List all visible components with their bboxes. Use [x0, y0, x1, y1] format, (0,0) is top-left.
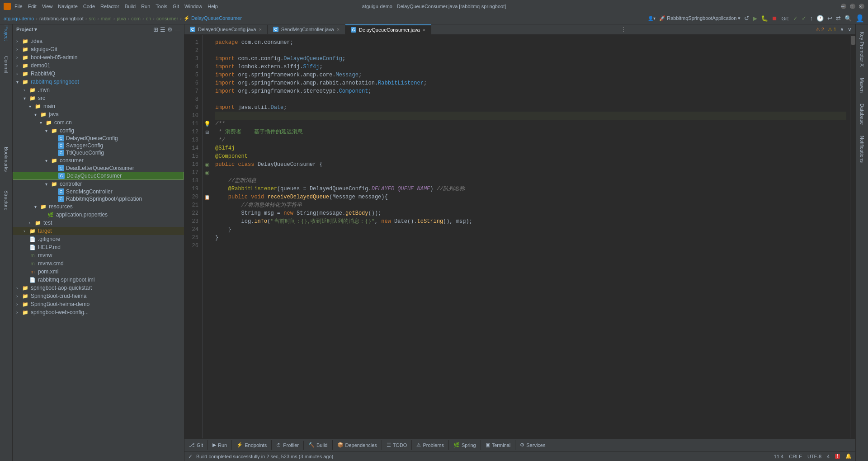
tree-item-boot-web[interactable]: › 📁 boot-web-05-admin — [13, 53, 184, 61]
tree-item-deadletter[interactable]: C DeadLetterQueueConsumer — [13, 165, 184, 172]
sidebar-action-horizontal[interactable]: ⊞ — [153, 26, 158, 33]
status-line-ending[interactable]: CRLF — [789, 454, 802, 459]
tab-sendmsgcontroller[interactable]: C SendMsgController.java × — [268, 25, 345, 34]
tree-item-ttlqueueconfig[interactable]: C TtlQueueConfig — [13, 149, 184, 156]
breadcrumb-item[interactable]: atguigu-demo — [4, 16, 34, 21]
maximize-button[interactable]: □ — [850, 4, 855, 9]
tree-item-comcn[interactable]: ▾ 📁 com.cn — [13, 118, 184, 127]
tab-close-icon[interactable]: × — [337, 27, 340, 32]
collapse-icon[interactable]: ∨ — [848, 26, 852, 33]
bottom-tab-git[interactable]: ⎇ Git — [184, 440, 208, 450]
tree-item-mvnwcmd[interactable]: m mvnw.cmd — [13, 259, 184, 268]
status-position[interactable]: 11:4 — [774, 454, 783, 459]
tree-item-idea[interactable]: › 📁 .idea — [13, 37, 184, 45]
minimize-button[interactable]: ─ — [841, 4, 846, 9]
bottom-tab-build[interactable]: 🔨 Build — [304, 440, 332, 450]
tree-item-crud[interactable]: › 📁 SpringBoot-crud-heima — [13, 292, 184, 300]
bottom-tab-services[interactable]: ⚙ Services — [515, 440, 550, 450]
tree-item-pomxml[interactable]: m pom.xml — [13, 268, 184, 276]
sidebar-action-settings[interactable]: ⚙ — [167, 26, 173, 33]
bottom-tab-run[interactable]: ▶ Run — [208, 440, 232, 450]
breadcrumb-item[interactable]: consumer — [156, 16, 178, 21]
tree-item-java[interactable]: ▾ 📁 java — [13, 110, 184, 118]
menu-view[interactable]: View — [42, 4, 53, 9]
code-editor[interactable]: package com.cn.consumer; import com.cn.c… — [212, 35, 850, 438]
avatar-icon[interactable]: 👤 — [855, 14, 864, 23]
refresh-button[interactable]: ↺ — [744, 15, 749, 22]
breadcrumb-item[interactable]: java — [117, 16, 126, 21]
menu-run[interactable]: Run — [141, 4, 150, 9]
tree-item-resources[interactable]: ▾ 📁 resources — [13, 202, 184, 211]
menu-code[interactable]: Code — [83, 4, 95, 9]
commit-icon[interactable]: Commit — [1, 60, 11, 70]
git-clock[interactable]: 🕐 — [816, 15, 824, 22]
menu-build[interactable]: Build — [125, 4, 136, 9]
git-push[interactable]: ↑ — [810, 15, 813, 22]
bottom-tab-todo[interactable]: ☰ TODO — [382, 440, 412, 450]
status-encoding[interactable]: UTF-8 — [807, 454, 821, 459]
tree-item-atguigu-git[interactable]: › 📁 atguigu-Git — [13, 45, 184, 53]
run-config-dropdown[interactable]: 🚀 RabbitmqSpringbootApplication ▾ — [659, 15, 741, 21]
menu-tools[interactable]: Tools — [156, 4, 167, 9]
right-icon-key-promoter[interactable]: Key Promoter X — [858, 28, 867, 71]
tree-item-src[interactable]: ▾ 📁 src — [13, 94, 184, 102]
breadcrumb-item[interactable]: cn — [146, 16, 151, 21]
menu-git[interactable]: Git — [173, 4, 179, 9]
tree-item-gitignore[interactable]: 📄 .gitignore — [13, 235, 184, 243]
tab-delayedqueueconfig[interactable]: C DelayedQueueConfig.java × — [184, 25, 268, 34]
tree-item-config[interactable]: ▾ 📁 config — [13, 127, 184, 135]
tree-item-sendmsg[interactable]: C SendMsgController — [13, 188, 184, 195]
tree-item-mvnw[interactable]: m mvnw — [13, 251, 184, 259]
tree-item-application-properties[interactable]: 🌿 application.properties — [13, 211, 184, 219]
tree-item-springbootapp[interactable]: C RabbitmqSpringbootApplication — [13, 195, 184, 202]
tree-item-helpmd[interactable]: 📄 HELP.md — [13, 243, 184, 251]
breadcrumb-item[interactable]: main — [101, 16, 112, 21]
tree-item-target[interactable]: › 📁 target — [13, 227, 184, 235]
status-indent[interactable]: 4 — [827, 454, 830, 459]
debug-button[interactable]: 🐛 — [761, 15, 768, 22]
menu-refactor[interactable]: Refactor — [100, 4, 119, 9]
expand-icon[interactable]: ∧ — [840, 26, 844, 33]
run-button[interactable]: ▶ — [753, 15, 757, 22]
tree-item-web-config[interactable]: › 📁 springboot-web-config... — [13, 308, 184, 316]
git-undo[interactable]: ↩ — [827, 15, 832, 22]
right-icon-maven[interactable]: Maven — [858, 74, 867, 96]
right-icon-database[interactable]: Database — [858, 100, 867, 128]
search-icon[interactable]: 🔍 — [844, 15, 852, 22]
translate-icon[interactable]: ⇄ — [836, 15, 841, 22]
bottom-tab-dependencies[interactable]: 📦 Dependencies — [333, 440, 382, 450]
tree-item-demo01[interactable]: › 📁 demo01 — [13, 61, 184, 70]
tree-item-controller[interactable]: ▾ 📁 controller — [13, 180, 184, 188]
tab-more-button[interactable]: ⋮ — [617, 24, 630, 34]
tree-item-heima-demo[interactable]: › 📁 SpringBoot-heima-demo — [13, 300, 184, 308]
close-button[interactable]: × — [859, 4, 864, 9]
bottom-tab-endpoints[interactable]: ⚡ Endpoints — [232, 440, 272, 450]
stop-button[interactable]: ⏹ — [772, 15, 778, 22]
project-icon[interactable]: Project — [1, 28, 11, 38]
menu-help[interactable]: Help — [208, 4, 218, 9]
tree-item-consumer[interactable]: ▾ 📁 consumer — [13, 156, 184, 165]
tree-item-test[interactable]: › 📁 test — [13, 219, 184, 227]
structure-icon[interactable]: Structure — [1, 195, 11, 205]
tree-item-main[interactable]: ▾ 📁 main — [13, 102, 184, 110]
scroll-indicator[interactable] — [850, 35, 855, 438]
bottom-tab-terminal[interactable]: ▣ Terminal — [481, 440, 516, 450]
sidebar-action-vertical[interactable]: ☰ — [160, 26, 165, 33]
right-icon-notifications[interactable]: Notifications — [858, 132, 867, 166]
profile-icon[interactable]: 👤▾ — [648, 16, 656, 21]
status-notification[interactable]: 🔔 — [845, 453, 852, 459]
sidebar-action-close[interactable]: — — [175, 26, 180, 33]
tab-close-icon[interactable]: × — [423, 27, 425, 33]
tree-item-swaggerconfig[interactable]: C SwaggerConfig — [13, 142, 184, 149]
breadcrumb-item[interactable]: com — [131, 16, 141, 21]
tree-item-mvn[interactable]: › 📁 .mvn — [13, 86, 184, 94]
breadcrumb-item[interactable]: rabbitmq-springboot — [39, 16, 84, 21]
breadcrumb-item[interactable]: src — [89, 16, 95, 21]
bookmarks-icon[interactable]: Bookmarks — [1, 155, 11, 165]
menu-edit[interactable]: Edit — [28, 4, 37, 9]
tree-item-iml[interactable]: 📄 rabbitmq-springboot.iml — [13, 276, 184, 284]
bottom-tab-spring[interactable]: 🌿 Spring — [449, 440, 481, 450]
menu-file[interactable]: File — [14, 4, 23, 9]
tab-close-icon[interactable]: × — [259, 27, 261, 32]
tree-item-rabbitmq-springboot[interactable]: ▾ 📁 rabbitmq-springboot — [13, 78, 184, 86]
